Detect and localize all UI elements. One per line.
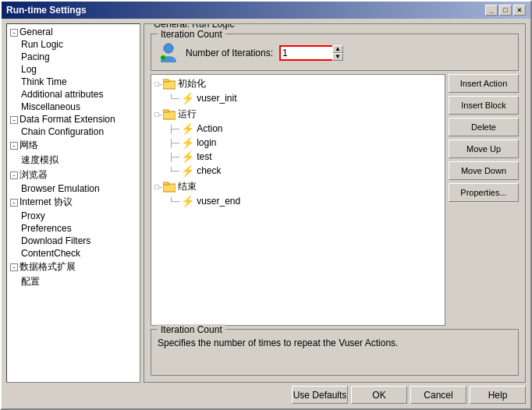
cancel-button[interactable]: Cancel (410, 386, 466, 404)
check-label: check (197, 165, 221, 176)
sidebar-item-proxy[interactable]: Proxy (7, 210, 140, 222)
tree-item-vuser-end[interactable]: └─ ⚡ vuser_end (153, 194, 443, 208)
sidebar-item-pacing[interactable]: Pacing (7, 51, 140, 63)
sidebar-item-config[interactable]: 配置 (7, 274, 140, 289)
num-iterations-label: Number of Iterations: (186, 48, 273, 58)
insert-action-button[interactable]: Insert Action (449, 74, 519, 93)
use-defaults-button[interactable]: Use Defaults (292, 386, 348, 404)
tree-item-vuser-init[interactable]: └─ ⚡ vuser_init (153, 91, 443, 105)
svg-rect-8 (163, 182, 168, 185)
lightning-check: ⚡ (181, 164, 194, 177)
svg-rect-4 (163, 80, 168, 82)
expand-browser[interactable]: - (10, 171, 18, 179)
sidebar-item-speedsim[interactable]: 速度模拟 (7, 153, 140, 168)
folder-init-icon (163, 79, 176, 90)
description-text: Specifies the number of times to repeat … (158, 338, 398, 348)
title-bar-buttons: _ □ × (485, 5, 526, 16)
dashed-init: └─ (168, 94, 179, 103)
section-end-label: 结束 (178, 180, 197, 193)
right-panel: General: Run Logic Iteration Count (144, 23, 526, 383)
sidebar-item-misc[interactable]: Miscellaneous (7, 101, 140, 113)
move-down-button[interactable]: Move Down (449, 161, 519, 180)
lightning-action: ⚡ (181, 122, 194, 135)
dashed-end: └─ (168, 197, 179, 206)
title-bar: Run-time Settings _ □ × (2, 2, 530, 19)
expand-general[interactable]: - (10, 29, 18, 37)
tree-item-init-section[interactable]: □- 初始化 (153, 76, 443, 91)
main-window: Run-time Settings _ □ × -General Run Log… (0, 0, 532, 410)
dashed-test: ├─ (168, 153, 179, 161)
sidebar-item-additional[interactable]: Additional attributes (7, 88, 140, 101)
spinner-down[interactable]: ▼ (332, 53, 343, 61)
lightning-test: ⚡ (181, 150, 194, 163)
section-init-label: 初始化 (178, 77, 206, 90)
insert-block-button[interactable]: Insert Block (449, 96, 519, 115)
sidebar-item-dataext[interactable]: -数据格式扩展 (7, 260, 140, 274)
iteration-count-box: Iteration Count Number of Iterations: (151, 34, 519, 71)
login-label: login (197, 137, 216, 148)
main-content: -General Run Logic Pacing Log Think Time… (6, 23, 526, 383)
bottom-description-box: Iteration Count Specifies the number of … (151, 329, 519, 376)
spinner-buttons: ▲ ▼ (332, 45, 343, 61)
expand-dataext[interactable]: - (10, 263, 18, 271)
vuser-end-label: vuser_end (197, 196, 240, 207)
dashed-login: ├─ (168, 139, 179, 147)
sidebar-item-log[interactable]: Log (7, 63, 140, 76)
iteration-count-label: Iteration Count (158, 29, 225, 40)
help-button[interactable]: Help (470, 386, 526, 404)
sidebar-item-chainconfig[interactable]: Chain Configuration (7, 125, 140, 138)
folder-end-icon (163, 182, 176, 193)
maximize-button[interactable]: □ (499, 5, 512, 16)
sidebar-item-downloadfilters[interactable]: Download Filters (7, 235, 140, 247)
tree-item-action[interactable]: ├─ ⚡ Action (153, 122, 443, 136)
num-iterations-control: ▲ ▼ (279, 45, 343, 61)
left-panel: -General Run Logic Pacing Log Think Time… (6, 23, 140, 383)
spinner-up[interactable]: ▲ (332, 45, 343, 53)
tree-item-run-section[interactable]: □- 运行 (153, 107, 443, 122)
sidebar-item-network[interactable]: -网络 (7, 138, 140, 153)
sidebar-item-runlogic[interactable]: Run Logic (7, 38, 140, 51)
lightning-init: ⚡ (181, 92, 194, 104)
expand-network[interactable]: - (10, 142, 18, 150)
sidebar-item-contentcheck[interactable]: ContentCheck (7, 247, 140, 260)
dashed-check: └─ (168, 167, 179, 175)
lightning-end: ⚡ (181, 195, 194, 207)
expand-init: □- (154, 80, 161, 88)
tree-item-end-section[interactable]: □- 结束 (153, 179, 443, 194)
expand-dataformat[interactable]: - (10, 116, 18, 124)
sidebar-item-browser[interactable]: -浏览器 (7, 168, 140, 182)
section-run-label: 运行 (178, 108, 197, 121)
sidebar-item-thinktime[interactable]: Think Time (7, 76, 140, 88)
action-label: Action (197, 123, 222, 134)
ok-button[interactable]: OK (351, 386, 407, 404)
close-button[interactable]: × (513, 5, 526, 16)
sidebar-item-preferences[interactable]: Preferences (7, 222, 140, 235)
tree-item-login[interactable]: ├─ ⚡ login (153, 136, 443, 150)
iteration-row: Number of Iterations: ▲ ▼ (158, 42, 512, 64)
test-label: test (197, 151, 211, 162)
move-up-button[interactable]: Move Up (449, 140, 519, 158)
properties-button[interactable]: Properties... (449, 183, 519, 202)
expand-internet[interactable]: - (10, 199, 18, 207)
vuser-init-label: vuser_init (197, 93, 236, 104)
tree-item-test[interactable]: ├─ ⚡ test (153, 150, 443, 164)
folder-run-icon (163, 109, 176, 120)
svg-point-2 (161, 55, 165, 60)
right-buttons: Insert Action Insert Block Delete Move U… (449, 74, 519, 326)
sidebar-item-browseremu[interactable]: Browser Emulation (7, 182, 140, 195)
general-runlogic-box: General: Run Logic Iteration Count (144, 23, 526, 383)
vuser-icon (158, 42, 179, 64)
svg-rect-6 (163, 110, 168, 112)
sidebar-item-general[interactable]: -General (7, 26, 140, 38)
expand-end: □- (154, 182, 161, 191)
tree-item-check[interactable]: └─ ⚡ check (153, 164, 443, 178)
num-iterations-input[interactable] (279, 45, 334, 61)
window-title: Run-time Settings (6, 5, 87, 16)
delete-button[interactable]: Delete (449, 118, 519, 136)
lightning-login: ⚡ (181, 136, 194, 149)
sidebar-item-internet[interactable]: -Internet 协议 (7, 195, 140, 210)
sidebar-item-dataformat[interactable]: -Data Format Extension (7, 113, 140, 125)
window-body: -General Run Logic Pacing Log Think Time… (2, 19, 530, 408)
minimize-button[interactable]: _ (485, 5, 498, 16)
bottom-bar: Use Defaults OK Cancel Help (6, 383, 526, 404)
